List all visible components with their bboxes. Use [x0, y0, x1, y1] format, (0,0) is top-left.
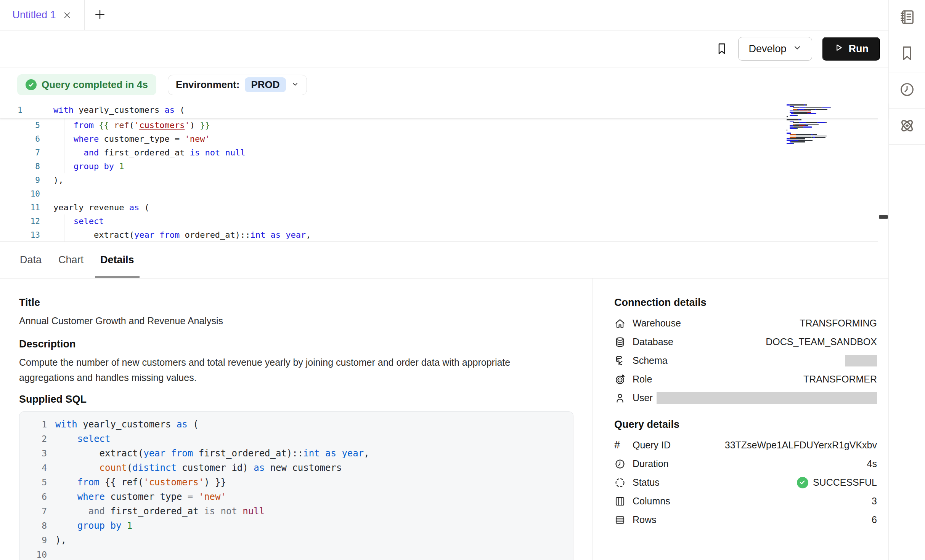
notebook-icon — [898, 8, 916, 27]
run-label: Run — [849, 43, 869, 55]
code-line: 9), — [25, 533, 573, 547]
code-line: 12 select — [0, 214, 888, 228]
row-label: Columns — [633, 496, 670, 507]
line-number: 1 — [0, 102, 40, 118]
check-circle-icon — [26, 79, 37, 90]
connection-row-user: User — [614, 389, 877, 407]
line-number: 4 — [25, 461, 47, 475]
row-value: 3 — [872, 496, 877, 507]
tab-details[interactable]: Details — [100, 242, 135, 278]
query-row-id: # Query ID 33TZseWpe1ALFDUYerxR1gVKxbv — [614, 436, 877, 454]
editor-code-lines[interactable]: 5 from {{ ref('customers') }}6 where cus… — [0, 118, 888, 242]
environment-label: Environment: — [176, 79, 240, 91]
line-number: 8 — [0, 160, 40, 173]
supplied-sql-heading: Supplied SQL — [19, 394, 573, 405]
warehouse-icon — [614, 318, 626, 329]
row-value: TRANSFORMER — [803, 374, 877, 385]
tab-label: Untitled 1 — [12, 9, 56, 21]
line-number: 10 — [25, 547, 47, 560]
code-line: 1with yearly_customers as ( — [25, 417, 573, 432]
row-value: TRANSFORMING — [800, 318, 877, 329]
tab-chart[interactable]: Chart — [58, 242, 84, 278]
rail-item-notebook[interactable] — [889, 0, 925, 36]
tab-untitled-1[interactable]: Untitled 1 — [0, 0, 85, 30]
role-icon — [614, 374, 626, 385]
code-line: 5 from {{ ref('customers') }} — [25, 475, 573, 490]
code-line: 7 and first_ordered_at is not null — [25, 504, 573, 518]
database-icon — [614, 336, 626, 348]
connection-row-warehouse: Warehouse TRANSFORMING — [614, 314, 877, 333]
right-rail — [888, 0, 925, 560]
rail-item-bookmarks[interactable] — [889, 36, 925, 72]
row-value: 4s — [867, 458, 877, 469]
row-label: Database — [633, 336, 673, 347]
row-label: User — [633, 392, 653, 403]
row-label: Status — [633, 477, 660, 488]
row-value: DOCS_TEAM_SANDBOX — [766, 336, 877, 347]
code-line: 10 — [25, 547, 573, 560]
query-status-badge: Query completed in 4s — [17, 74, 156, 95]
bookmark-icon[interactable] — [715, 42, 728, 55]
row-label: Schema — [633, 355, 668, 366]
title-value: Annual Customer Growth and Revenue Analy… — [19, 313, 573, 328]
line-number: 5 — [0, 118, 40, 132]
user-icon — [614, 392, 626, 404]
row-value-redacted — [845, 355, 877, 366]
rail-item-history[interactable] — [889, 72, 925, 109]
run-button[interactable]: Run — [822, 37, 880, 61]
row-label: Duration — [633, 458, 669, 469]
code-line: 13 extract(year from ordered_at)::int as… — [0, 228, 888, 242]
close-icon[interactable] — [62, 10, 72, 20]
rail-item-ai-assistant[interactable] — [889, 109, 925, 145]
line-number: 6 — [0, 132, 40, 146]
history-clock-icon — [899, 81, 915, 99]
code-line: 10 — [0, 187, 888, 201]
code-line: 9), — [0, 173, 888, 187]
app-window: Untitled 1 Develop — [0, 0, 925, 560]
status-text: SUCCESSFUL — [813, 477, 877, 488]
line-number: 9 — [25, 533, 47, 547]
query-details-heading: Query details — [614, 419, 877, 430]
editor-scrollbar[interactable] — [878, 102, 888, 242]
code-line: 8 group by 1 — [25, 518, 573, 533]
success-check-icon — [797, 477, 808, 488]
query-row-columns: Columns 3 — [614, 492, 877, 510]
environment-selector[interactable]: Environment: PROD — [168, 75, 307, 95]
sticky-scope-line: 1with yearly_customers as ( — [0, 102, 888, 118]
tab-bar: Untitled 1 — [0, 0, 888, 30]
connection-row-role: Role TRANSFORMER — [614, 370, 877, 389]
status-row: Query completed in 4s Environment: PROD — [0, 67, 888, 102]
line-number: 13 — [0, 228, 40, 242]
row-value: 33TZseWpe1ALFDUYerxR1gVKxbv — [725, 440, 877, 451]
code-line: 8 group by 1 — [0, 160, 888, 173]
bookmark-icon — [899, 45, 915, 63]
develop-button[interactable]: Develop — [738, 37, 812, 61]
code-line: 2 select — [25, 432, 573, 446]
hash-icon: # — [614, 439, 626, 451]
plus-icon — [94, 8, 106, 22]
connection-details-heading: Connection details — [614, 297, 877, 309]
query-row-status: Status SUCCESSFUL — [614, 473, 877, 492]
query-row-duration: Duration 4s — [614, 454, 877, 473]
scrollbar-thumb[interactable] — [879, 215, 888, 219]
tab-data[interactable]: Data — [19, 242, 42, 278]
details-right-column: Connection details Warehouse TRANSFORMIN… — [593, 278, 888, 560]
chevron-down-icon — [793, 43, 802, 55]
results-tab-bar: Data Chart Details — [0, 242, 888, 278]
columns-icon — [614, 496, 626, 507]
sql-editor[interactable]: 1with yearly_customers as ( 5 from {{ re… — [0, 102, 888, 242]
row-value: 6 — [872, 514, 877, 525]
description-heading: Description — [19, 338, 573, 350]
line-number: 10 — [0, 187, 40, 201]
query-row-rows: Rows 6 — [614, 510, 877, 529]
connection-row-database: Database DOCS_TEAM_SANDBOX — [614, 333, 877, 351]
line-number: 7 — [25, 504, 47, 518]
duration-clock-icon — [614, 458, 626, 470]
editor-minimap[interactable] — [787, 104, 834, 144]
row-label: Rows — [633, 514, 657, 525]
code-line: 1with yearly_customers as ( — [0, 102, 888, 118]
line-number: 3 — [25, 446, 47, 461]
new-tab-button[interactable] — [85, 0, 115, 30]
details-left-column: Title Annual Customer Growth and Revenue… — [0, 278, 593, 560]
redaction-block — [657, 392, 877, 404]
